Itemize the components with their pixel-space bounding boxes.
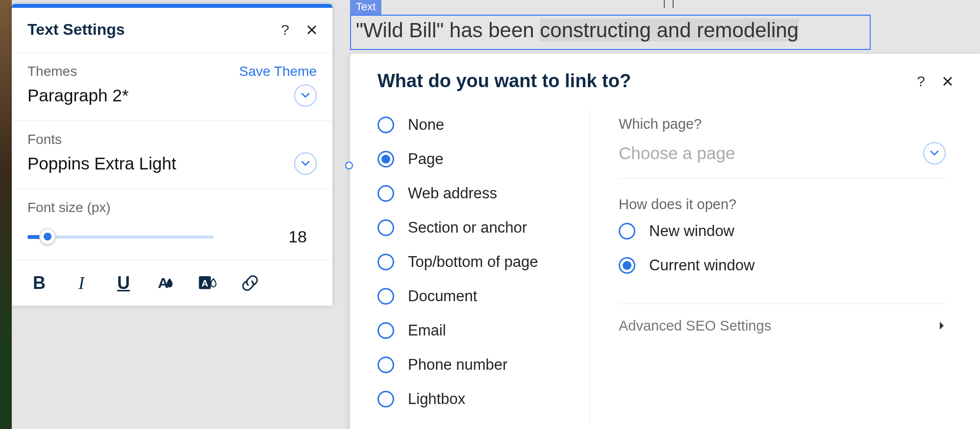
open-options: New windowCurrent window: [619, 222, 946, 304]
advanced-seo-label: Advanced SEO Settings: [619, 318, 771, 334]
caret-right-icon: [938, 318, 946, 334]
font-dropdown[interactable]: Poppins Extra Light: [27, 152, 317, 175]
chevron-down-icon[interactable]: [294, 84, 317, 107]
radio-icon: [377, 117, 394, 133]
radio-label: Document: [408, 287, 477, 305]
radio-icon: [377, 322, 394, 339]
text-settings-title: Text Settings: [27, 21, 125, 39]
link-option-document[interactable]: Document: [377, 287, 590, 305]
bold-button[interactable]: B: [28, 272, 50, 294]
close-icon[interactable]: [306, 24, 318, 36]
text-toolbar: B I U A A: [12, 261, 332, 306]
open-option-current-window[interactable]: Current window: [619, 257, 946, 274]
radio-label: Email: [408, 322, 446, 339]
close-icon[interactable]: [942, 75, 954, 87]
open-option-new-window[interactable]: New window: [619, 222, 946, 240]
text-content[interactable]: "Wild Bill" has been constructing and re…: [356, 19, 799, 42]
theme-dropdown[interactable]: Paragraph 2*: [27, 84, 317, 107]
radio-label: Top/bottom of page: [408, 253, 538, 271]
radio-icon: [377, 151, 394, 167]
fontsize-section: Font size (px) 18: [12, 189, 332, 261]
italic-button[interactable]: I: [71, 272, 92, 294]
fonts-section: Fonts Poppins Extra Light: [12, 121, 332, 189]
help-icon[interactable]: ?: [281, 22, 289, 38]
radio-icon: [377, 288, 394, 305]
link-panel-title: What do you want to link to?: [377, 71, 631, 92]
radio-label: Section or anchor: [408, 219, 527, 237]
save-theme-button[interactable]: Save Theme: [239, 64, 317, 79]
element-type-badge: Text: [350, 0, 381, 15]
link-option-email[interactable]: Email: [377, 322, 590, 339]
radio-label: Phone number: [408, 356, 507, 374]
chevron-down-icon[interactable]: [294, 152, 317, 175]
link-header-icons: ?: [917, 73, 954, 90]
text-color-icon[interactable]: A: [155, 272, 176, 294]
themes-label: Themes: [27, 64, 77, 79]
radio-label: Page: [408, 150, 443, 168]
background-stripe: [0, 0, 12, 429]
radio-icon: [377, 254, 394, 270]
link-option-web-address[interactable]: Web address: [377, 185, 590, 202]
radio-icon: [377, 185, 394, 202]
link-settings: Which page? Choose a page How does it op…: [590, 108, 980, 425]
link-icon[interactable]: [239, 272, 261, 294]
page-dropdown[interactable]: Choose a page: [619, 142, 946, 179]
radio-icon: [377, 219, 394, 236]
link-option-top-bottom-of-page[interactable]: Top/bottom of page: [377, 253, 590, 271]
radio-icon: [619, 223, 635, 239]
svg-text:A: A: [201, 278, 208, 288]
radio-icon: [619, 257, 635, 274]
link-panel-body: NonePageWeb addressSection or anchorTop/…: [350, 108, 980, 425]
text-prefix: "Wild Bill" has been: [356, 19, 540, 42]
link-option-phone-number[interactable]: Phone number: [377, 356, 590, 374]
resize-handle[interactable]: [345, 162, 353, 169]
radio-icon: [377, 357, 394, 373]
link-option-page[interactable]: Page: [377, 150, 590, 168]
link-option-lightbox[interactable]: Lightbox: [377, 390, 590, 408]
chevron-down-icon[interactable]: [923, 142, 946, 165]
fontsize-slider[interactable]: [27, 232, 214, 242]
radio-label: New window: [649, 222, 734, 240]
which-page-label: Which page?: [619, 116, 946, 132]
fontsize-label: Font size (px): [27, 200, 317, 215]
radio-label: None: [408, 116, 444, 134]
radio-icon: [377, 391, 394, 407]
highlight-color-icon[interactable]: A: [197, 272, 219, 294]
underline-button[interactable]: U: [113, 272, 134, 294]
text-element-frame[interactable]: "Wild Bill" has been constructing and re…: [350, 15, 871, 50]
radio-label: Current window: [649, 257, 754, 274]
link-option-none[interactable]: None: [377, 116, 590, 134]
radio-label: Web address: [408, 185, 497, 202]
help-icon[interactable]: ?: [917, 73, 925, 90]
link-panel-header: What do you want to link to? ?: [350, 54, 980, 108]
link-type-list: NonePageWeb addressSection or anchorTop/…: [350, 108, 590, 425]
theme-value: Paragraph 2*: [27, 86, 128, 105]
advanced-seo-toggle[interactable]: Advanced SEO Settings: [619, 318, 946, 334]
link-option-section-or-anchor[interactable]: Section or anchor: [377, 219, 590, 237]
fontsize-value: 18: [288, 227, 307, 246]
text-selection: constructing and remodeling: [540, 19, 799, 42]
link-panel: What do you want to link to? ? NonePageW…: [350, 54, 980, 429]
page-placeholder: Choose a page: [619, 143, 735, 163]
font-value: Poppins Extra Light: [27, 154, 176, 173]
text-settings-header: Text Settings ?: [12, 8, 332, 53]
header-icons: ?: [281, 22, 318, 38]
how-open-label: How does it open?: [619, 196, 946, 213]
fonts-label: Fonts: [27, 132, 62, 147]
ruler-marker: [664, 0, 674, 8]
text-settings-panel: Text Settings ? Themes Save Theme Paragr…: [12, 4, 332, 306]
radio-label: Lightbox: [408, 390, 465, 408]
themes-section: Themes Save Theme Paragraph 2*: [12, 53, 332, 121]
